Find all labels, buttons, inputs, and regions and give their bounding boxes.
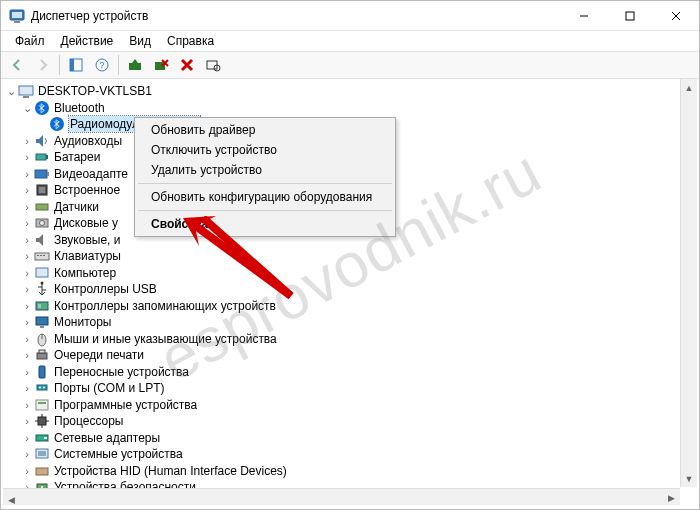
svg-rect-28 [43, 255, 45, 256]
maximize-button[interactable] [607, 1, 653, 31]
tree-category-computer[interactable]: ›Компьютер [1, 265, 699, 282]
expand-icon[interactable]: › [21, 300, 33, 312]
ctx-update-driver[interactable]: Обновить драйвер [137, 120, 393, 140]
monitor-icon [34, 314, 50, 330]
separator [59, 55, 60, 75]
expand-icon[interactable]: › [21, 267, 33, 279]
tree-category-system[interactable]: ›Системные устройства [1, 446, 699, 463]
tree-category-keyboard[interactable]: ›Клавиатуры [1, 248, 699, 265]
scroll-right-icon[interactable]: ▶ [663, 489, 680, 506]
svg-text:?: ? [99, 60, 104, 70]
expand-icon[interactable]: › [21, 366, 33, 378]
keyboard-icon [34, 248, 50, 264]
svg-rect-26 [37, 255, 39, 256]
expand-icon[interactable]: › [21, 465, 33, 477]
scan-hardware-button[interactable] [201, 53, 225, 77]
svg-rect-19 [47, 172, 49, 176]
svg-rect-8 [129, 63, 141, 70]
tree-category-usb[interactable]: ›Контроллеры USB [1, 281, 699, 298]
firmware-icon [34, 182, 50, 198]
forward-button[interactable] [31, 53, 55, 77]
close-button[interactable] [653, 1, 699, 31]
expand-icon[interactable]: › [21, 135, 33, 147]
tree-category-software-devices[interactable]: ›Программные устройства [1, 397, 699, 414]
display-adapter-icon [34, 166, 50, 182]
expand-icon[interactable]: › [21, 399, 33, 411]
expand-icon[interactable]: › [21, 201, 33, 213]
tree-root[interactable]: ⌄DESKTOP-VKTLSB1 [1, 83, 699, 100]
vertical-scrollbar[interactable]: ▲▼ [680, 79, 697, 487]
expand-icon[interactable]: › [21, 448, 33, 460]
tree-category-mice[interactable]: ›Мыши и иные указывающие устройства [1, 331, 699, 348]
expand-icon[interactable]: › [21, 250, 33, 262]
show-console-tree-button[interactable] [64, 53, 88, 77]
uninstall-device-button[interactable] [175, 53, 199, 77]
expand-icon[interactable]: ⌄ [21, 102, 33, 114]
tree-category-storage-controllers[interactable]: ›Контроллеры запоминающих устройств [1, 298, 699, 315]
expand-icon[interactable]: › [21, 316, 33, 328]
expand-icon[interactable]: › [21, 234, 33, 246]
tree-category-network[interactable]: ›Сетевые адаптеры [1, 430, 699, 447]
tree-category-bluetooth[interactable]: ⌄Bluetooth [1, 100, 699, 117]
ctx-properties[interactable]: Свойства [137, 214, 393, 234]
tree-category-print-queues[interactable]: ›Очереди печати [1, 347, 699, 364]
menu-view[interactable]: Вид [121, 33, 159, 49]
bluetooth-icon [49, 116, 65, 132]
svg-rect-12 [19, 86, 33, 95]
svg-rect-43 [36, 400, 48, 410]
svg-rect-53 [38, 451, 46, 456]
tree-category-hid[interactable]: ›Устройства HID (Human Interface Devices… [1, 463, 699, 480]
tree-category-ports[interactable]: ›Порты (COM и LPT) [1, 380, 699, 397]
expand-icon[interactable]: ⌄ [5, 85, 17, 97]
expand-icon[interactable]: › [21, 382, 33, 394]
horizontal-scrollbar[interactable]: ◀▶ [3, 488, 680, 505]
svg-rect-31 [36, 302, 48, 310]
back-button[interactable] [5, 53, 29, 77]
toolbar: ? [1, 51, 699, 79]
system-device-icon [34, 446, 50, 462]
svg-rect-32 [38, 304, 41, 308]
app-icon [9, 8, 25, 24]
hid-icon [34, 463, 50, 479]
usb-icon [34, 281, 50, 297]
help-button[interactable]: ? [90, 53, 114, 77]
ctx-disable-device[interactable]: Отключить устройство [137, 140, 393, 160]
ctx-uninstall-device[interactable]: Удалить устройство [137, 160, 393, 180]
menu-action[interactable]: Действие [53, 33, 122, 49]
menu-help[interactable]: Справка [159, 33, 222, 49]
tree-category-portable[interactable]: ›Переносные устройства [1, 364, 699, 381]
sound-icon [34, 232, 50, 248]
scroll-left-icon[interactable]: ◀ [3, 492, 20, 509]
disable-device-button[interactable] [149, 53, 173, 77]
audio-icon [34, 133, 50, 149]
expand-icon[interactable]: › [21, 333, 33, 345]
expand-icon[interactable]: › [21, 168, 33, 180]
expand-icon[interactable]: › [21, 283, 33, 295]
svg-rect-5 [70, 59, 74, 71]
svg-rect-1 [12, 12, 22, 18]
disk-icon [34, 215, 50, 231]
svg-rect-21 [39, 187, 45, 193]
expand-icon[interactable]: › [21, 432, 33, 444]
minimize-button[interactable] [561, 1, 607, 31]
menu-file[interactable]: Файл [7, 33, 53, 49]
svg-rect-40 [37, 385, 47, 390]
expand-icon[interactable]: › [21, 217, 33, 229]
scroll-down-icon[interactable]: ▼ [681, 470, 697, 487]
expand-icon[interactable]: › [21, 349, 33, 361]
tree-category-processors[interactable]: ›Процессоры [1, 413, 699, 430]
tree-category-monitors[interactable]: ›Мониторы [1, 314, 699, 331]
svg-rect-27 [40, 255, 42, 256]
svg-point-24 [40, 221, 45, 226]
expand-icon[interactable]: › [21, 415, 33, 427]
expand-icon[interactable]: › [21, 184, 33, 196]
scroll-up-icon[interactable]: ▲ [681, 79, 697, 96]
port-icon [34, 380, 50, 396]
update-driver-button[interactable] [123, 53, 147, 77]
svg-rect-44 [38, 402, 46, 404]
expand-icon[interactable]: › [21, 151, 33, 163]
storage-controller-icon [34, 298, 50, 314]
ctx-scan-hardware[interactable]: Обновить конфигурацию оборудования [137, 187, 393, 207]
svg-rect-17 [46, 155, 48, 159]
svg-rect-29 [36, 268, 48, 277]
